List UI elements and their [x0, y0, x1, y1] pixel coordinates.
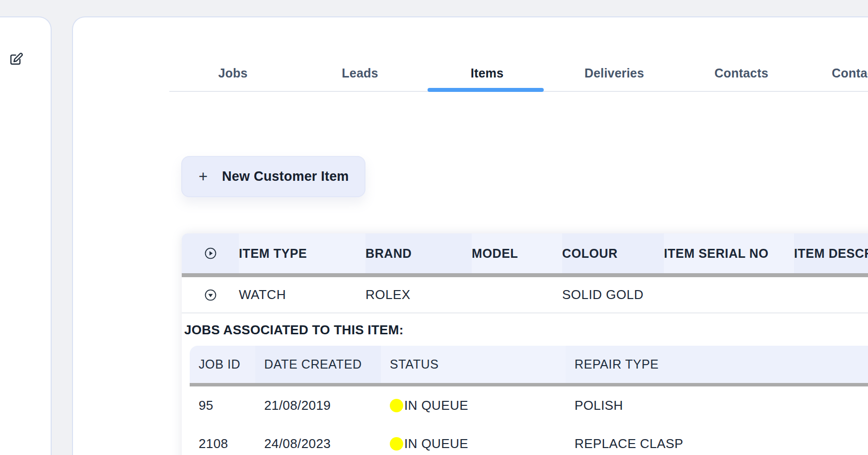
jobs-table-body: 9521/08/2019IN QUEUEPOLISH210824/08/2023… [190, 386, 868, 455]
new-customer-item-label: New Customer Item [222, 169, 349, 184]
items-column-header-item-serial-no: ITEM SERIAL NO [664, 233, 794, 273]
expand-down-circle-icon [204, 289, 217, 302]
associated-jobs-table: JOB IDDATE CREATEDSTATUSREPAIR TYPE 9521… [190, 346, 868, 455]
item-cell-item-type: WATCH [239, 277, 365, 312]
jobs-column-header-job-id: JOB ID [190, 346, 255, 383]
tab-deliveries[interactable]: Deliveries [551, 56, 678, 91]
status-label: IN QUEUE [404, 436, 468, 452]
items-column-header-model: MODEL [472, 233, 562, 273]
items-column-header-item-type: ITEM TYPE [239, 233, 365, 273]
item-cell-item-serial-no [664, 277, 794, 312]
items-column-header-item-description: ITEM DESCRIPTION [794, 233, 868, 273]
job-cell-status: IN QUEUE [381, 386, 566, 425]
tab-jobs[interactable]: Jobs [169, 56, 296, 91]
job-cell-job-id: 2108 [190, 425, 255, 455]
status-label: IN QUEUE [404, 398, 468, 413]
jobs-table-header-row: JOB IDDATE CREATEDSTATUSREPAIR TYPE [190, 346, 868, 383]
new-customer-item-button[interactable]: + New Customer Item [181, 156, 365, 197]
jobs-column-header-date-created: DATE CREATED [255, 346, 381, 383]
expand-right-circle-icon [204, 247, 217, 260]
status-dot-icon [390, 437, 403, 451]
tab-leads[interactable]: Leads [296, 56, 424, 91]
jobs-column-header-repair-type: REPAIR TYPE [566, 346, 868, 383]
jobs-header-separator-bar [190, 383, 868, 386]
job-cell-repair-type: REPLACE CLASP [566, 425, 868, 455]
item-row-watch: WATCHROLEXSOLID GOLD [182, 277, 868, 313]
main-content-card: JobsLeadsItemsDeliveriesContactsContact … [72, 16, 868, 455]
expanded-item-section: JOBS ASSOCIATED TO THIS ITEM: JOB IDDATE… [182, 321, 868, 455]
item-cell-model [472, 277, 562, 312]
left-sidebar-card [0, 16, 52, 455]
expand-all-cell[interactable] [182, 233, 239, 273]
item-cell-brand: ROLEX [365, 277, 472, 312]
tab-items[interactable]: Items [424, 56, 551, 91]
items-column-header-brand: BRAND [365, 233, 472, 273]
collapse-row-cell[interactable] [182, 277, 239, 312]
customer-items-table: ITEM TYPEBRANDMODELCOLOURITEM SERIAL NOI… [182, 233, 868, 455]
item-cell-item-description [794, 277, 868, 312]
header-separator-bar [182, 273, 868, 277]
items-table-header-row: ITEM TYPEBRANDMODELCOLOURITEM SERIAL NOI… [182, 233, 868, 273]
job-row-95: 9521/08/2019IN QUEUEPOLISH [190, 386, 868, 425]
jobs-associated-heading: JOBS ASSOCIATED TO THIS ITEM: [184, 321, 868, 338]
job-cell-date-created: 24/08/2023 [255, 425, 381, 455]
edit-button[interactable] [8, 52, 23, 67]
job-cell-date-created: 21/08/2019 [255, 386, 381, 425]
job-cell-job-id: 95 [190, 386, 255, 425]
item-cell-colour: SOLID GOLD [562, 277, 664, 312]
plus-icon: + [199, 169, 208, 184]
tab-contact-log[interactable]: Contact Log [805, 56, 868, 91]
page-background: JobsLeadsItemsDeliveriesContactsContact … [0, 0, 868, 455]
tab-contacts[interactable]: Contacts [678, 56, 805, 91]
jobs-column-header-status: STATUS [381, 346, 566, 383]
job-row-2108: 210824/08/2023IN QUEUEREPLACE CLASP [190, 425, 868, 455]
items-column-header-colour: COLOUR [562, 233, 664, 273]
status-dot-icon [390, 399, 403, 412]
job-cell-repair-type: POLISH [566, 386, 868, 425]
tab-bar: JobsLeadsItemsDeliveriesContactsContact … [169, 56, 868, 92]
job-cell-status: IN QUEUE [381, 425, 566, 455]
pencil-square-icon [8, 52, 23, 67]
